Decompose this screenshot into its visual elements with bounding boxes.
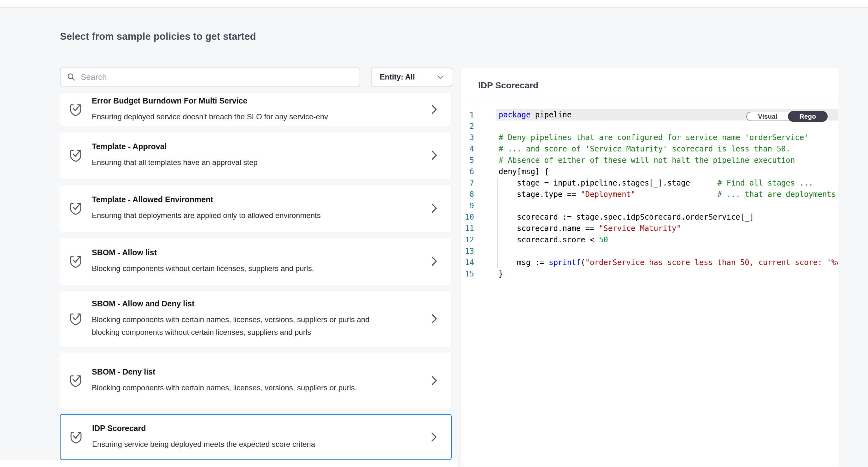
code-token: ( — [581, 258, 585, 267]
policy-card[interactable]: SBOM - Allow and Deny list Blocking comp… — [60, 290, 452, 347]
page-title: Select from sample policies to get start… — [60, 31, 256, 42]
detail-title: IDP Scorecard — [478, 81, 538, 91]
code-token: "Service Maturity" — [599, 224, 681, 233]
line-number: 3 — [461, 132, 474, 143]
code-line: 9 — [461, 200, 838, 211]
line-number: 13 — [461, 245, 474, 257]
chevron-right-icon — [431, 432, 437, 442]
chevron-right-icon — [431, 375, 437, 386]
code-line-text: scorecard.score < 50 — [474, 234, 608, 245]
policy-title: Error Budget Burndown For Multi Service — [92, 96, 328, 106]
code-lines: 1 package pipeline 2 3 # Deny pipelines … — [461, 109, 838, 280]
chevron-down-icon — [437, 75, 443, 79]
policy-title: IDP Scorecard — [92, 424, 315, 433]
code-token: stage.type == — [499, 190, 581, 199]
shield-check-icon — [68, 147, 83, 164]
shield-check-icon — [68, 101, 83, 118]
code-line: 7 stage = input.pipeline.stages[_].stage… — [461, 177, 838, 189]
code-line-text: package pipeline — [474, 109, 571, 120]
line-number: 2 — [461, 120, 474, 132]
code-line-text: # Deny pipelines that are configured for… — [474, 132, 809, 143]
code-token: "orderService has score less than 50, cu… — [585, 258, 838, 267]
shield-check-icon — [68, 253, 83, 269]
line-number: 6 — [461, 166, 474, 177]
chevron-right-icon — [431, 313, 437, 324]
detail-header: IDP Scorecard — [461, 68, 838, 103]
policy-card[interactable]: IDP Scorecard Ensuring service being dep… — [60, 414, 452, 460]
search-icon — [67, 72, 76, 81]
line-number: 1 — [461, 109, 474, 120]
chevron-right-icon — [431, 203, 437, 214]
code-line-text: stage = input.pipeline.stages[_].stage #… — [474, 177, 813, 189]
policy-detail-panel: IDP Scorecard Visual Rego 1 package pipe… — [460, 68, 838, 467]
code-line-text: scorecard.name == "Service Maturity" — [474, 223, 681, 234]
line-number: 14 — [461, 257, 474, 268]
code-token: deny[msg] { — [499, 167, 549, 176]
code-token: package — [499, 111, 530, 119]
line-number: 15 — [461, 268, 474, 280]
code-line-text — [474, 200, 499, 211]
chevron-right-icon — [431, 256, 437, 267]
code-line-text: deny[msg] { — [474, 166, 549, 177]
policy-description: Ensuring service being deployed meets th… — [92, 438, 315, 450]
visual-toggle-button[interactable]: Visual — [747, 112, 788, 120]
code-line: 10 scorecard := stage.spec.idpScorecard.… — [461, 211, 838, 223]
code-line: 8 stage.type == "Deployment" # ... that … — [461, 189, 838, 200]
code-token: "Deployment" — [581, 190, 635, 199]
code-line-text — [474, 120, 499, 132]
top-bar — [0, 0, 868, 7]
policy-title: SBOM - Allow list — [92, 248, 314, 257]
chevron-right-icon — [431, 104, 437, 115]
entity-filter-dropdown[interactable]: Entity: All — [371, 67, 452, 87]
line-number: 9 — [461, 200, 474, 211]
shield-check-icon — [68, 372, 83, 389]
code-token: # Deny pipelines that are configured for… — [499, 133, 809, 142]
shield-check-icon — [69, 429, 83, 445]
bottom-strip — [0, 460, 457, 467]
code-token: sprintf — [549, 258, 581, 267]
code-token — [690, 179, 718, 187]
entity-filter-label: Entity: All — [380, 72, 415, 81]
code-token: scorecard.score < — [499, 235, 599, 244]
policy-description: Blocking components with certain names, … — [92, 313, 376, 339]
line-number: 10 — [461, 211, 474, 223]
policy-card[interactable]: Error Budget Burndown For Multi Service … — [60, 93, 452, 126]
policy-card[interactable]: SBOM - Deny list Blocking components wit… — [60, 352, 452, 409]
line-number: 5 — [461, 155, 474, 166]
code-token: scorecard.name == — [499, 224, 599, 233]
code-token: # ... that are deployments — [718, 190, 836, 199]
policy-title: Template - Allowed Environment — [92, 195, 321, 204]
code-line-text: stage.type == "Deployment" # ... that ar… — [474, 189, 836, 200]
code-token: } — [499, 269, 503, 278]
policy-card[interactable]: SBOM - Allow list Blocking components wi… — [60, 237, 452, 285]
code-editor[interactable]: 1 package pipeline 2 3 # Deny pipelines … — [461, 104, 838, 467]
code-token: 50 — [599, 235, 608, 244]
rego-toggle-button[interactable]: Rego — [788, 111, 828, 122]
code-line: 6 deny[msg] { — [461, 166, 838, 177]
code-token: stage = input.pipeline.stages[_].stage — [499, 179, 690, 187]
policy-title: SBOM - Deny list — [92, 367, 357, 376]
search-input[interactable] — [81, 72, 353, 82]
policy-description: Blocking components without certain lice… — [92, 262, 314, 275]
line-number: 7 — [461, 177, 474, 189]
code-line-text: } — [474, 268, 503, 280]
shield-check-icon — [68, 311, 83, 327]
line-number: 4 — [461, 143, 474, 155]
code-token: # Find all stages ... — [718, 179, 813, 187]
line-number: 12 — [461, 234, 474, 245]
code-line-text: msg := sprintf("orderService has score l… — [474, 257, 838, 268]
code-token: # ... and score of 'Service Maturity' sc… — [499, 145, 790, 153]
code-token: scorecard := stage.spec.idpScorecard.ord… — [499, 213, 754, 222]
code-token: msg := — [499, 258, 549, 267]
code-line-text: # ... and score of 'Service Maturity' sc… — [474, 143, 790, 155]
code-line: 2 — [461, 120, 838, 132]
search-box[interactable] — [60, 67, 360, 87]
policy-card[interactable]: Template - Approval Ensuring that all te… — [60, 131, 452, 179]
policy-card[interactable]: Template - Allowed Environment Ensuring … — [60, 184, 452, 232]
policy-title: Template - Approval — [92, 142, 258, 151]
policy-description: Ensuring that deployments are applied on… — [92, 209, 321, 222]
code-token: # Absence of either of these will not ha… — [499, 156, 795, 165]
code-line: 12 scorecard.score < 50 — [461, 234, 838, 245]
visual-rego-toggle[interactable]: Visual Rego — [746, 112, 828, 121]
policy-title: SBOM - Allow and Deny list — [92, 299, 376, 308]
